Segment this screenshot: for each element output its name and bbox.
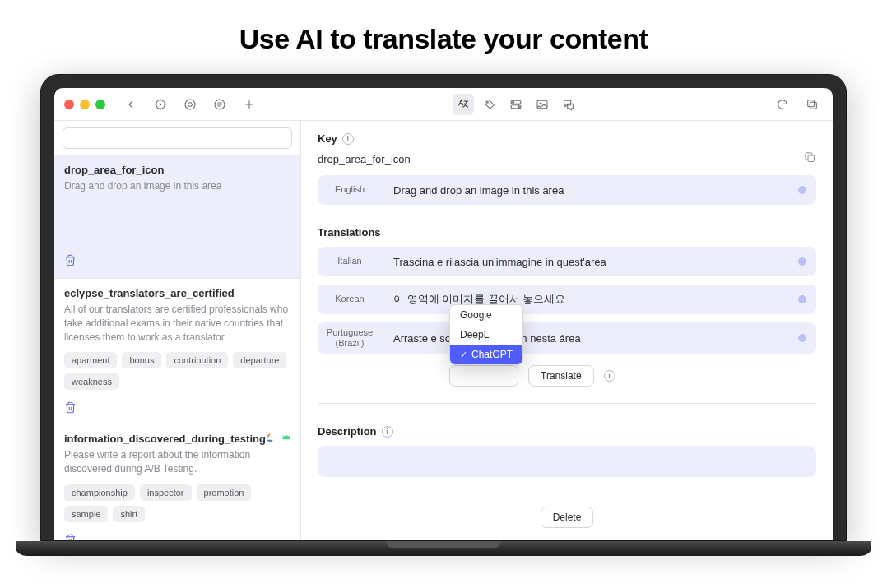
- provider-select[interactable]: [449, 365, 518, 387]
- key-card[interactable]: information_discovered_during_testing Pl…: [54, 424, 300, 540]
- description-input[interactable]: [318, 446, 816, 477]
- tag[interactable]: sample: [64, 506, 108, 522]
- svg-point-17: [518, 105, 519, 107]
- svg-rect-18: [537, 100, 547, 108]
- card-desc: All of our translators are certified pro…: [64, 303, 290, 344]
- tag[interactable]: shirt: [113, 506, 145, 522]
- delete-icon[interactable]: [64, 254, 77, 266]
- minimize-window-icon[interactable]: [80, 100, 90, 109]
- tag-list: championship inspector promotion sample …: [64, 484, 290, 522]
- close-window-icon[interactable]: [64, 100, 74, 109]
- tag[interactable]: inspector: [140, 484, 192, 501]
- translations-label: Translations: [318, 226, 816, 238]
- card-key: drop_area_for_icon: [64, 164, 290, 176]
- key-section-label: Key i: [318, 132, 816, 145]
- java-icon: [264, 433, 276, 444]
- maximize-window-icon[interactable]: [95, 100, 105, 109]
- traffic-lights[interactable]: [64, 100, 105, 109]
- info-icon[interactable]: i: [342, 133, 354, 145]
- translation-row[interactable]: Italian Trascina e rilascia un'immagine …: [318, 247, 816, 276]
- toggle-icon[interactable]: [505, 94, 527, 115]
- source-row[interactable]: English Drag and drop an image in this a…: [318, 175, 816, 205]
- delete-icon[interactable]: [64, 534, 77, 540]
- tag[interactable]: aparment: [64, 352, 117, 368]
- tag[interactable]: bonus: [122, 352, 161, 368]
- tag[interactable]: weakness: [64, 373, 119, 390]
- hero-title: Use AI to translate your content: [0, 0, 887, 55]
- sidebar: drop_area_for_icon Drag and drop an imag…: [54, 121, 301, 540]
- tag[interactable]: championship: [64, 484, 135, 501]
- svg-point-19: [540, 102, 541, 104]
- card-desc: Please write a report about the informat…: [64, 448, 290, 476]
- svg-rect-24: [808, 155, 815, 162]
- info-icon[interactable]: i: [382, 426, 393, 438]
- svg-point-16: [513, 101, 514, 103]
- copy-key-button[interactable]: [804, 151, 816, 167]
- provider-option[interactable]: DeepL: [450, 325, 522, 345]
- image-icon[interactable]: [532, 94, 553, 115]
- key-card[interactable]: drop_area_for_icon Drag and drop an imag…: [54, 155, 300, 279]
- search-input[interactable]: [63, 127, 292, 149]
- key-card[interactable]: eclypse_translators_are_certified All of…: [54, 279, 300, 424]
- svg-point-6: [185, 100, 195, 109]
- tag[interactable]: departure: [233, 352, 286, 368]
- sync-icon[interactable]: [179, 94, 201, 115]
- delete-button[interactable]: Delete: [541, 507, 594, 528]
- provider-option[interactable]: Google: [450, 305, 522, 325]
- android-icon: [281, 433, 292, 444]
- divider: [318, 403, 816, 404]
- card-desc: Drag and drop an image in this area: [64, 179, 290, 193]
- duplicate-button[interactable]: [801, 94, 823, 115]
- card-key: information_discovered_during_testing: [64, 433, 290, 445]
- provider-option-selected[interactable]: ✓ ChatGPT: [450, 345, 522, 364]
- lang-label: Korean: [318, 294, 382, 304]
- detail-pane: Key i drop_area_for_icon English Drag an…: [301, 121, 833, 540]
- lang-label: Italian: [318, 256, 382, 266]
- svg-rect-20: [810, 102, 816, 109]
- check-icon: ✓: [460, 350, 467, 360]
- info-icon[interactable]: i: [604, 370, 615, 382]
- app-window: drop_area_for_icon Drag and drop an imag…: [54, 88, 833, 540]
- translate-mode-button[interactable]: [453, 94, 474, 115]
- provider-dropdown[interactable]: Google DeepL ✓ ChatGPT: [449, 304, 523, 365]
- chat-icon[interactable]: [558, 94, 579, 115]
- description-label: Description i: [318, 425, 816, 438]
- status-dot: [798, 334, 806, 342]
- tag-list: aparment bonus contribution departure we…: [64, 352, 290, 390]
- laptop-base: [16, 541, 871, 556]
- svg-point-1: [160, 104, 160, 104]
- center-toolbar: [453, 94, 579, 115]
- refresh-button[interactable]: [772, 94, 793, 115]
- svg-point-13: [486, 101, 488, 103]
- back-button[interactable]: [120, 94, 142, 115]
- translation-text: Trascina e rilascia un'immagine in quest…: [393, 256, 787, 268]
- status-dot: [798, 186, 806, 194]
- tag[interactable]: promotion: [197, 484, 252, 501]
- source-text: Drag and drop an image in this area: [393, 184, 787, 197]
- list-icon[interactable]: [209, 94, 230, 115]
- status-dot: [798, 295, 806, 303]
- card-key: eclypse_translators_are_certified: [64, 287, 290, 299]
- translation-row[interactable]: Korean 이 영역에 이미지를 끌어서 놓으세요: [318, 285, 816, 314]
- lang-label: English: [318, 184, 382, 195]
- window-toolbar: [54, 88, 833, 121]
- lang-label: Portuguese (Brazil): [318, 327, 382, 349]
- add-button[interactable]: [239, 94, 260, 115]
- key-value: drop_area_for_icon: [318, 153, 411, 165]
- tag[interactable]: contribution: [166, 352, 228, 368]
- target-icon[interactable]: [150, 94, 171, 115]
- laptop-mockup: drop_area_for_icon Drag and drop an imag…: [40, 74, 847, 556]
- translate-button[interactable]: Translate: [528, 365, 594, 387]
- status-dot: [798, 257, 806, 266]
- svg-rect-21: [808, 100, 815, 106]
- translation-row[interactable]: Portuguese (Brazil) Arraste e solte uma …: [318, 322, 816, 354]
- delete-icon[interactable]: [64, 401, 77, 414]
- tag-icon[interactable]: [479, 94, 500, 115]
